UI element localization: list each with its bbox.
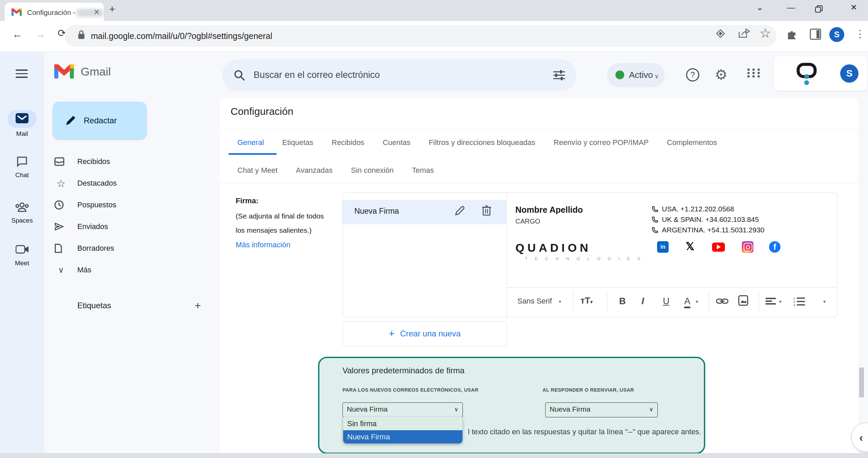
text-color-icon[interactable]: A [684,296,690,308]
org-logo-icon[interactable] [796,62,817,85]
tab-filtros[interactable]: Filtros y direcciones bloqueadas [429,138,535,147]
forward-icon[interactable]: → [35,28,45,40]
instagram-icon[interactable] [742,241,753,253]
spaces-people-icon[interactable] [15,202,29,213]
rail-mail-label[interactable]: Mail [0,130,44,138]
sidebar-item-label: Borradores [77,244,114,253]
tab-reenvio[interactable]: Reenvío y correo POP/IMAP [554,138,649,147]
select-chevron-icon: ∨ [454,406,458,413]
rail-chat-label[interactable]: Chat [0,171,44,179]
dropdown-option-sin-firma[interactable]: Sin firma [343,417,462,430]
rail-spaces-label[interactable]: Spaces [0,217,44,224]
tab-recibidos[interactable]: Recibidos [332,138,364,147]
browser-profile-avatar[interactable]: S [829,27,844,42]
more-formatting-chevron-icon[interactable]: ▾ [823,299,826,304]
signature-name[interactable]: Nueva Firma [354,207,399,216]
svg-text:1: 1 [793,297,795,300]
compose-button[interactable]: Redactar [53,102,147,140]
sidebar-item-snoozed[interactable]: Pospuestos [54,194,197,216]
tab-avanzadas[interactable]: Avanzadas [296,166,333,175]
new-tab-button[interactable]: + [109,3,115,15]
divider [220,129,858,130]
editor-divider [507,193,507,316]
settings-tabs-row2: Chat y Meet Avanzadas Sin conexión Temas [237,166,434,175]
tab-complementos[interactable]: Complementos [667,138,717,147]
align-icon[interactable] [766,297,776,306]
window-minimize-icon[interactable]: — [783,3,799,12]
search-placeholder[interactable]: Buscar en el correo electrónico [254,70,380,80]
tab-chat-meet[interactable]: Chat y Meet [237,166,278,175]
window-restore-icon[interactable] [815,5,831,13]
scrollbar-thumb[interactable] [859,368,864,397]
dropdown-option-nueva-firma[interactable]: Nueva Firma [343,430,462,443]
menu-hamburger-icon[interactable] [16,67,28,80]
browser-tab[interactable]: Configuración - ✕ [5,3,104,21]
gmail-wordmark[interactable]: Gmail [81,65,111,78]
italic-icon[interactable]: I [642,296,644,307]
bold-icon[interactable]: B [619,296,626,307]
header-profile-avatar[interactable]: S [840,64,859,83]
gmail-logo-icon[interactable] [54,63,75,79]
sidebar-item-drafts[interactable]: Borradores [54,237,197,259]
back-icon[interactable]: ← [12,28,22,40]
window-close-icon[interactable]: ✕ [846,3,862,12]
document-icon [54,244,68,253]
underline-icon[interactable]: U [663,296,670,307]
chat-bubble-icon[interactable] [16,156,28,167]
window-chevron-icon[interactable]: ⌄ [752,3,768,12]
font-chevron-icon[interactable]: ▾ [559,299,561,304]
share-icon[interactable] [738,28,750,39]
mail-envelope-icon[interactable] [16,113,28,123]
status-label[interactable]: Activo [629,70,653,80]
label-new-mail: PARA LOS NUEVOS CORREOS ELECTRÓNICOS, US… [342,387,478,393]
preview-phone-row: USA. +1.212.202.0568 [652,205,734,213]
facebook-icon[interactable]: f [769,241,781,253]
compose-pencil-icon [65,115,76,126]
apps-grid-icon[interactable] [747,68,762,78]
font-family-select[interactable]: Sans Serif [517,297,552,306]
tab-close-icon[interactable]: ✕ [94,8,100,17]
signature-desc-2: los mensajes salientes.) [236,226,312,234]
add-label-icon[interactable]: + [195,299,201,312]
bookmark-star-icon[interactable]: ☆ [760,26,771,41]
select-new-mail-signature[interactable]: Nueva Firma ∨ [342,402,463,417]
align-chevron-icon[interactable]: ▾ [779,299,782,304]
chevron-down-icon: ∨ [54,265,68,275]
tab-cuentas[interactable]: Cuentas [383,138,411,147]
text-color-chevron-icon[interactable]: ▾ [696,299,698,304]
insert-image-icon[interactable] [738,295,749,306]
select-reply-signature[interactable]: Nueva Firma ∨ [545,402,658,417]
youtube-icon[interactable] [712,243,725,252]
url-text[interactable]: mail.google.com/mail/u/0/?ogbl#settings/… [91,31,272,41]
tab-temas[interactable]: Temas [412,166,434,175]
edit-pencil-icon[interactable] [454,205,465,216]
meet-camera-icon[interactable] [16,245,29,254]
tab-etiquetas[interactable]: Etiquetas [282,138,313,147]
create-signature-button[interactable]: + Crear una nueva [342,321,507,346]
toolbar-sep [709,291,709,312]
bookmark-diamond-icon[interactable] [715,28,726,39]
settings-gear-icon[interactable]: ⚙ [715,66,728,83]
font-size-icon[interactable]: тT▾ [580,295,593,306]
sidebar-item-label: Más [77,266,92,274]
numbered-list-icon[interactable]: 123 [793,297,805,306]
insert-link-icon[interactable] [716,297,728,306]
delete-trash-icon[interactable] [481,205,492,216]
sidebar-item-inbox[interactable]: Recibidos [54,151,197,172]
browser-menu-icon[interactable]: ⋮ [855,28,865,40]
help-icon[interactable]: ? [686,68,700,82]
sidebar-item-starred[interactable]: ☆ Destacados [54,172,197,194]
sidebar-item-sent[interactable]: Enviados [54,216,197,237]
more-info-link[interactable]: Más información [236,241,290,249]
search-options-tune-icon[interactable] [553,69,566,81]
rail-meet-label[interactable]: Meet [0,259,44,267]
x-icon[interactable]: 𝕏 [686,240,694,253]
extensions-puzzle-icon[interactable] [786,28,797,40]
search-icon[interactable] [233,69,245,81]
sidebar-item-more[interactable]: ∨ Más [54,259,197,281]
side-panel-icon[interactable] [810,28,821,40]
tab-general[interactable]: General [237,138,264,147]
preview-name: Nombre Apellido [515,205,583,215]
tab-sin-conexion[interactable]: Sin conexión [351,166,394,175]
linkedin-icon[interactable]: in [657,241,669,253]
